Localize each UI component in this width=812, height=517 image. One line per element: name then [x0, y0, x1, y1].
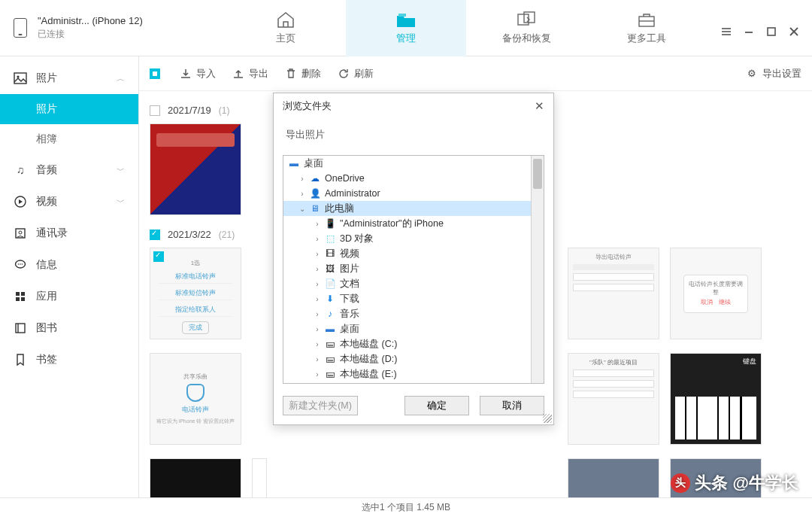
tree-row-videos[interactable]: ›🎞视频 [283, 246, 544, 261]
toolbox-icon [636, 11, 657, 29]
disk-icon: 🖴 [324, 369, 336, 379]
nav-backup[interactable]: 备份和恢复 [466, 0, 586, 56]
tree-row-admin[interactable]: ›👤Administrator [283, 186, 544, 201]
cloud-icon: ☁ [309, 173, 321, 184]
thumbnail[interactable]: 1选 标准电话铃声 标准短信铃声 指定给联系人 完成 [150, 248, 241, 339]
sidebar-bookmarks[interactable]: 书签 [0, 344, 138, 376]
expander-icon[interactable]: › [312, 295, 323, 303]
top-nav: 主页 管理 备份和恢复 更多工具 [226, 0, 720, 56]
nav-backup-label: 备份和恢复 [502, 32, 551, 45]
expander-icon[interactable]: ⌄ [297, 205, 308, 213]
svg-rect-2 [524, 12, 535, 23]
nav-manage[interactable]: 管理 [346, 0, 466, 56]
ok-button[interactable]: 确定 [404, 396, 469, 415]
expander-icon[interactable]: › [312, 280, 323, 288]
dialog-close-button[interactable]: ✕ [535, 99, 544, 113]
nav-more-label: 更多工具 [627, 32, 666, 45]
thumbnail[interactable] [150, 123, 241, 215]
expander-icon[interactable]: › [312, 250, 323, 258]
group-checkbox[interactable] [150, 230, 160, 240]
music-icon: ♫ [14, 163, 27, 177]
thumbnail-partial[interactable] [252, 248, 267, 339]
thumbnail[interactable]: 键盘 [670, 353, 762, 445]
refresh-button[interactable]: 刷新 [338, 67, 374, 81]
export-button[interactable]: 导出 [232, 67, 268, 81]
sidebar-contacts[interactable]: 通讯录 [0, 217, 138, 249]
sidebar-books[interactable]: 图书 [0, 312, 138, 344]
maximize-button[interactable] [765, 26, 777, 38]
thumb-checkbox[interactable] [153, 251, 164, 262]
sidebar-apps[interactable]: 应用 [0, 281, 138, 312]
chevron-down-icon: ﹀ [117, 165, 125, 176]
tree-row-diskf[interactable]: ›🖴本地磁盘 (F:) [283, 382, 544, 384]
expander-icon[interactable]: › [312, 370, 323, 379]
sidebar-messages[interactable]: 信息 [0, 249, 138, 281]
thumbnail[interactable] [150, 458, 241, 497]
expander-icon[interactable]: › [312, 355, 323, 363]
sidebar-audio[interactable]: ♫音频﹀ [0, 154, 138, 186]
resize-grip[interactable] [543, 414, 552, 423]
delete-button[interactable]: 删除 [285, 67, 321, 81]
close-button[interactable] [788, 26, 800, 38]
export-settings-button[interactable]: ⚙导出设置 [746, 67, 801, 81]
expander-icon[interactable]: › [297, 190, 308, 198]
group-checkbox[interactable] [150, 105, 160, 116]
scrollbar-thumb[interactable] [533, 159, 542, 189]
folder-tree[interactable]: ▬桌面 ›☁OneDrive ›👤Administrator ⌄🖥此电脑 ›📱"… [283, 155, 544, 384]
group-count: (1) [219, 105, 230, 116]
expander-icon[interactable]: › [297, 175, 308, 183]
cancel-button[interactable]: 取消 [480, 396, 544, 415]
svg-point-20 [22, 263, 23, 265]
new-folder-button[interactable]: 新建文件夹(M) [283, 396, 358, 415]
tree-row-desktop2[interactable]: ›▬桌面 [283, 321, 544, 336]
export-icon [232, 68, 244, 80]
expander-icon[interactable]: › [312, 310, 323, 318]
sidebar-sub-photos[interactable]: 照片 [0, 94, 138, 124]
sidebar-video[interactable]: 视频﹀ [0, 186, 138, 217]
book-icon [14, 321, 27, 335]
thumbnail[interactable]: "乐队" 的最近项目 [568, 353, 659, 445]
tree-row-thispc[interactable]: ⌄🖥此电脑 [283, 201, 544, 216]
select-all-checkbox[interactable] [150, 68, 160, 79]
thumbnail-partial[interactable] [252, 353, 267, 445]
tree-row-documents[interactable]: ›📄文档 [283, 276, 544, 291]
tree-row-diske[interactable]: ›🖴本地磁盘 (E:) [283, 366, 544, 382]
top-bar: "Administr... (iPhone 12) 已连接 主页 管理 备份和恢… [0, 0, 812, 56]
sidebar-photos[interactable]: 照片 ︿ [0, 62, 138, 94]
sidebar: 照片 ︿ 照片 相簿 ♫音频﹀ 视频﹀ 通讯录 信息 应用 图书 书签 [0, 56, 139, 497]
tree-row-onedrive[interactable]: ›☁OneDrive [283, 171, 544, 186]
thumbnail[interactable]: 共享乐曲 电话铃声 将它设为 iPhone 铃 需设置此铃声 [150, 353, 241, 445]
expander-icon[interactable]: › [312, 235, 323, 243]
tree-row-iphone[interactable]: ›📱"Administrator"的 iPhone [283, 216, 544, 231]
group-count: (21) [219, 230, 235, 240]
tree-row-pictures[interactable]: ›🖼图片 [283, 261, 544, 276]
thumbnail-partial[interactable] [252, 458, 267, 497]
thumbnail[interactable]: 电话铃声长度需要调整取消继续 [670, 248, 762, 339]
sidebar-sub-albums[interactable]: 相簿 [0, 124, 138, 154]
nav-more[interactable]: 更多工具 [586, 0, 707, 56]
pc-icon: 🖥 [309, 203, 321, 214]
tree-row-downloads[interactable]: ›⬇下载 [283, 291, 544, 306]
status-text: 选中1 个项目 1.45 MB [362, 501, 450, 514]
menu-icon[interactable] [720, 26, 732, 38]
tree-row-music[interactable]: ›♪音乐 [283, 306, 544, 321]
expander-icon[interactable]: › [312, 265, 323, 273]
thumbnail[interactable] [568, 458, 659, 497]
thumbnail[interactable]: 导出电话铃声 [568, 248, 659, 339]
home-icon [275, 11, 296, 29]
tree-row-diskd[interactable]: ›🖴本地磁盘 (D:) [283, 351, 544, 366]
nav-home[interactable]: 主页 [226, 0, 346, 56]
video-folder-icon: 🎞 [324, 248, 336, 259]
tree-row-desktop[interactable]: ▬桌面 [283, 156, 544, 171]
svg-rect-1 [518, 14, 529, 25]
import-button[interactable]: 导入 [180, 67, 216, 81]
dialog-buttons: 新建文件夹(M) 确定 取消 [274, 391, 553, 424]
cube-icon: ⬚ [324, 233, 336, 244]
minimize-button[interactable] [743, 26, 755, 38]
tree-row-diskc[interactable]: ›🖴本地磁盘 (C:) [283, 336, 544, 351]
expander-icon[interactable]: › [312, 220, 323, 228]
video-icon [14, 195, 27, 208]
expander-icon[interactable]: › [312, 340, 323, 348]
tree-row-3d[interactable]: ›⬚3D 对象 [283, 231, 544, 246]
expander-icon[interactable]: › [312, 325, 323, 333]
